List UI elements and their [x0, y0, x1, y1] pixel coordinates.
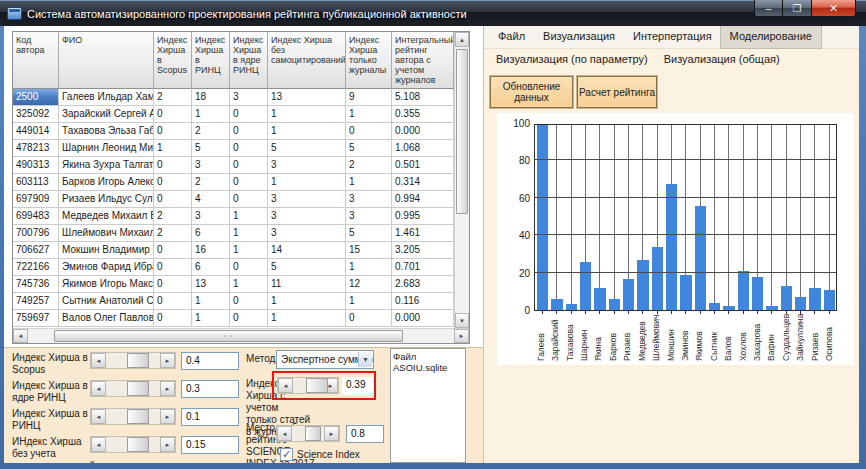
- table-cell[interactable]: 15: [346, 242, 392, 259]
- menu-item-1[interactable]: Файл: [489, 26, 534, 48]
- menu-item-3[interactable]: Интерпертация: [624, 26, 721, 48]
- slider-left-icon[interactable]: ◄: [278, 378, 293, 393]
- slider-right-icon[interactable]: ►: [160, 353, 175, 368]
- table-cell[interactable]: 603113: [13, 174, 59, 191]
- table-cell[interactable]: 5: [346, 225, 392, 242]
- journal-weight-value[interactable]: 0.39: [342, 377, 373, 395]
- table-cell[interactable]: 0.994: [392, 191, 454, 208]
- column-header[interactable]: Код автора: [13, 32, 59, 89]
- table-cell[interactable]: 3: [192, 208, 230, 225]
- table-cell[interactable]: 1: [154, 140, 192, 157]
- science-index-checkbox[interactable]: ✓: [280, 448, 293, 461]
- column-header[interactable]: Индекс Хирша в Scopus: [154, 32, 192, 89]
- rank-weight-value[interactable]: 0.8: [346, 425, 384, 443]
- weight-slider[interactable]: ◄►: [90, 436, 176, 453]
- hscroll-thumb[interactable]: [54, 330, 403, 342]
- table-cell[interactable]: 325092: [13, 106, 59, 123]
- table-cell[interactable]: 0.355: [392, 106, 454, 123]
- table-cell[interactable]: Шарнин Леонид Миха...: [59, 140, 154, 157]
- table-cell[interactable]: 1: [230, 242, 268, 259]
- vscroll-thumb[interactable]: [456, 49, 468, 214]
- table-cell[interactable]: 1: [268, 310, 346, 327]
- rank-weight-slider[interactable]: ◄ ►: [276, 425, 340, 442]
- weight-value[interactable]: 0.3: [181, 380, 239, 398]
- table-cell[interactable]: 1: [346, 259, 392, 276]
- slider-right-icon[interactable]: ►: [324, 426, 339, 441]
- slider-thumb[interactable]: [127, 437, 149, 452]
- submenu-item-2[interactable]: Визуализация (общая): [656, 49, 788, 71]
- calculate-rating-button[interactable]: Расчет рейтинга: [577, 76, 657, 108]
- table-cell[interactable]: 0: [230, 259, 268, 276]
- scroll-left-icon[interactable]: ◄: [13, 329, 28, 343]
- table-cell[interactable]: Шлеймович Михаил П...: [59, 225, 154, 242]
- table-cell[interactable]: 0: [154, 310, 192, 327]
- table-cell[interactable]: 478213: [13, 140, 59, 157]
- table-cell[interactable]: 1: [192, 310, 230, 327]
- table-cell[interactable]: 2: [192, 174, 230, 191]
- slider-thumb[interactable]: [305, 426, 321, 441]
- table-cell[interactable]: 5: [192, 140, 230, 157]
- table-cell[interactable]: Тахавова Эльза Габд...: [59, 123, 154, 140]
- table-cell[interactable]: 2: [346, 157, 392, 174]
- table-cell[interactable]: 449014: [13, 123, 59, 140]
- column-header[interactable]: Интегральный рейтинг автора с учетом жур…: [392, 32, 454, 89]
- journal-weight-slider[interactable]: ◄ ►: [277, 377, 339, 394]
- method-combobox[interactable]: Экспертное суммиров ▼: [276, 350, 374, 369]
- table-cell[interactable]: 3: [230, 89, 268, 106]
- table-cell[interactable]: 6: [192, 259, 230, 276]
- menu-item-2[interactable]: Визуализация: [534, 26, 624, 48]
- table-cell[interactable]: 6: [192, 225, 230, 242]
- table-cell[interactable]: 0.501: [392, 157, 454, 174]
- table-cell[interactable]: 5: [268, 140, 346, 157]
- table-cell[interactable]: Сытник Анатолий Сер...: [59, 293, 154, 310]
- table-cell[interactable]: 3.205: [392, 242, 454, 259]
- weight-value[interactable]: 0.4: [181, 352, 239, 370]
- table-cell[interactable]: 14: [268, 242, 346, 259]
- table-cell[interactable]: 12: [346, 276, 392, 293]
- table-cell[interactable]: 0: [154, 293, 192, 310]
- table-cell[interactable]: 0: [230, 174, 268, 191]
- table-cell[interactable]: Зарайский Сергей Ал...: [59, 106, 154, 123]
- table-cell[interactable]: 3: [268, 191, 346, 208]
- submenu-item-1[interactable]: Визуализация (по параметру): [488, 49, 656, 71]
- close-button[interactable]: ✕: [811, 0, 856, 17]
- table-cell[interactable]: 2: [154, 208, 192, 225]
- table-cell[interactable]: Галеев Ильдар Хамит...: [59, 89, 154, 106]
- table-cell[interactable]: 1: [268, 293, 346, 310]
- table-cell[interactable]: 0: [154, 157, 192, 174]
- weight-slider[interactable]: ◄►: [90, 380, 176, 397]
- table-cell[interactable]: Ризаев Ильдус Султа...: [59, 191, 154, 208]
- table-cell[interactable]: 697909: [13, 191, 59, 208]
- table-cell[interactable]: 18: [192, 89, 230, 106]
- table-cell[interactable]: 2.683: [392, 276, 454, 293]
- table-cell[interactable]: 1: [230, 276, 268, 293]
- weight-slider[interactable]: ◄►: [90, 408, 176, 425]
- weight-slider[interactable]: ◄►: [90, 352, 176, 369]
- table-cell[interactable]: 3: [268, 225, 346, 242]
- slider-left-icon[interactable]: ◄: [91, 353, 106, 368]
- column-header[interactable]: ФИО: [59, 32, 154, 89]
- minimize-button[interactable]: –: [754, 0, 783, 17]
- table-cell[interactable]: 490313: [13, 157, 59, 174]
- table-cell[interactable]: 1: [230, 208, 268, 225]
- table-cell[interactable]: 4: [192, 191, 230, 208]
- slider-thumb[interactable]: [127, 353, 149, 368]
- table-cell[interactable]: 0: [346, 310, 392, 327]
- table-cell[interactable]: 1: [268, 106, 346, 123]
- table-cell[interactable]: Медведев Михаил Ви...: [59, 208, 154, 225]
- table-cell[interactable]: 1: [346, 174, 392, 191]
- selected-cell[interactable]: 2500: [13, 89, 59, 106]
- table-cell[interactable]: 0: [346, 123, 392, 140]
- table-cell[interactable]: Барков Игорь Алекса...: [59, 174, 154, 191]
- table-cell[interactable]: Валов Олег Павлович: [59, 310, 154, 327]
- table-cell[interactable]: 0.314: [392, 174, 454, 191]
- column-header[interactable]: Индекс Хирша в ядре РИНЦ: [230, 32, 268, 89]
- scroll-up-icon[interactable]: ▲: [455, 32, 469, 47]
- column-header[interactable]: Индекс Хирша только журналы: [346, 32, 392, 89]
- table-cell[interactable]: Якимов Игорь Макси...: [59, 276, 154, 293]
- table-cell[interactable]: 3: [268, 157, 346, 174]
- slider-left-icon[interactable]: ◄: [91, 409, 106, 424]
- table-cell[interactable]: 1: [192, 293, 230, 310]
- weight-value[interactable]: 0.1: [181, 408, 239, 426]
- table-cell[interactable]: 0: [230, 140, 268, 157]
